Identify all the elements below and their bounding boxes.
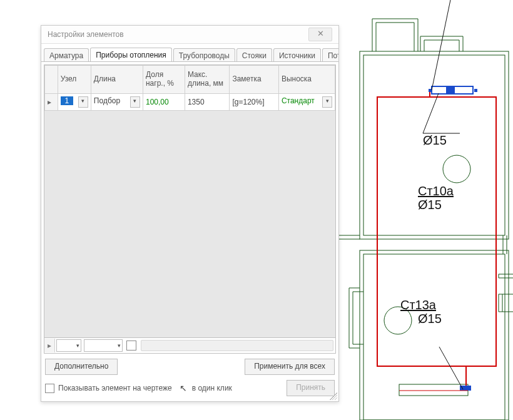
tab-strip: Арматура Приборы отопления Трубопроводы …	[41, 44, 338, 62]
col-header-uzel[interactable]: Узел	[58, 66, 91, 94]
col-header-maxdlina[interactable]: Макс. длина, мм	[185, 66, 230, 94]
show-on-drawing-label: Показывать элемент на чертеже	[58, 384, 172, 392]
bottom-row: Показывать элемент на чертеже ↖ в один к…	[41, 377, 338, 401]
filter-row: ▸ ▾ ▾	[44, 337, 335, 353]
filter-combo-1[interactable]: ▾	[56, 339, 81, 352]
row-indicator-icon: ▸	[45, 94, 58, 111]
button-row: Дополнительно Применить для всех	[41, 356, 338, 377]
accept-button[interactable]: Принять	[287, 380, 335, 396]
pipe-diameter-label: Ø15	[418, 198, 442, 212]
pipe-diameter-label: Ø15	[418, 312, 442, 325]
svg-rect-10	[429, 89, 432, 92]
cell-dlina[interactable]: Подбор ▾	[91, 94, 143, 111]
row-header-corner	[45, 66, 58, 94]
cell-uzel[interactable]: 1 ▾	[58, 94, 91, 111]
chevron-down-icon: ▾	[76, 342, 79, 349]
svg-rect-9	[446, 87, 455, 93]
cell-vynoska[interactable]: Стандарт ▾	[278, 94, 335, 111]
tab-potrebiteli[interactable]: Потребители	[322, 48, 338, 62]
svg-rect-6	[399, 384, 468, 396]
table-row[interactable]: ▸ 1 ▾ Подбор ▾ 100,00 1350 [g=120%] Стан…	[45, 94, 335, 111]
col-header-vynoska[interactable]: Выноска	[278, 66, 335, 94]
cell-dlina-value: Подбор	[94, 96, 120, 105]
apply-all-button[interactable]: Применить для всех	[245, 359, 335, 375]
svg-rect-11	[474, 89, 477, 92]
tab-truboprovody[interactable]: Трубопроводы	[173, 48, 235, 62]
element-settings-dialog: Настройки элементов ✕ Арматура Приборы о…	[41, 25, 339, 402]
horizontal-scrollbar[interactable]	[141, 340, 333, 351]
tab-istochniki[interactable]: Источники	[273, 48, 321, 62]
chevron-down-icon: ▾	[118, 342, 121, 349]
col-header-dolya[interactable]: Доля нагр., %	[143, 66, 185, 94]
cell-dlina-dropdown-button[interactable]: ▾	[130, 96, 140, 108]
cell-vynoska-value: Стандарт	[282, 96, 315, 105]
col-header-zametka[interactable]: Заметка	[230, 66, 278, 94]
filter-row-indicator-icon: ▸	[44, 339, 55, 352]
svg-point-4	[443, 155, 470, 183]
cell-vynoska-dropdown-button[interactable]: ▾	[322, 96, 332, 108]
tab-armatura[interactable]: Арматура	[44, 48, 89, 62]
show-on-drawing-checkbox[interactable]	[45, 384, 54, 393]
svg-rect-2	[360, 250, 509, 420]
cursor-icon: ↖	[180, 383, 187, 393]
col-header-dlina[interactable]: Длина	[91, 66, 143, 94]
close-button[interactable]: ✕	[308, 28, 332, 41]
cell-dolya[interactable]: 100,00	[143, 94, 185, 111]
tab-pribory-otopleniya[interactable]: Приборы отопления	[90, 48, 172, 62]
resize-grip[interactable]	[330, 392, 337, 400]
data-grid[interactable]: Узел Длина Доля нагр., % Макс. длина, мм…	[44, 64, 336, 354]
cell-maxdlina[interactable]: 1350	[185, 94, 230, 111]
cell-zametka[interactable]: [g=120%]	[230, 94, 278, 111]
titlebar[interactable]: Настройки элементов ✕	[41, 26, 338, 44]
cell-uzel-dropdown-button[interactable]: ▾	[78, 96, 88, 108]
more-button[interactable]: Дополнительно	[45, 359, 118, 375]
one-click-label: в один клик	[192, 384, 232, 392]
grid-empty-area[interactable]	[44, 111, 335, 337]
filter-checkbox[interactable]	[126, 341, 136, 351]
pipe-diameter-label: Ø15	[423, 133, 447, 147]
tab-stoyaki[interactable]: Стояки	[236, 48, 272, 62]
dialog-title: Настройки элементов	[48, 26, 124, 43]
riser-label-st10a: Ст10а	[418, 184, 454, 198]
filter-combo-2[interactable]: ▾	[84, 339, 123, 352]
cell-uzel-value: 1	[61, 96, 73, 105]
svg-rect-3	[363, 254, 505, 420]
riser-label-st13a: Ст13а	[400, 298, 437, 312]
